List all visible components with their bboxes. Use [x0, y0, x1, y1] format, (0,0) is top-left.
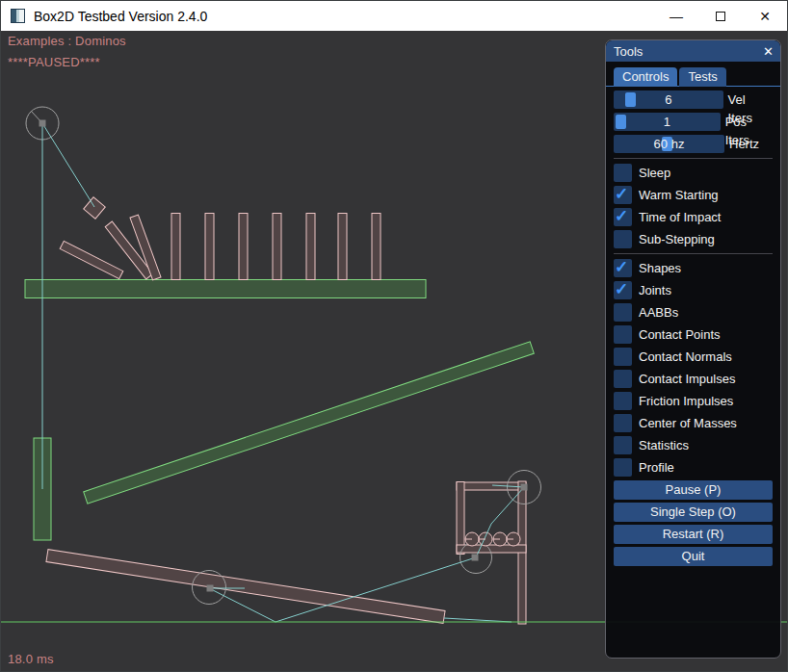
slider-value: 1: [614, 113, 721, 131]
checkbox-row[interactable]: AABBs: [614, 303, 773, 322]
checkbox[interactable]: [614, 348, 632, 366]
slider-label: Vel Iters: [728, 90, 773, 109]
domino-fallen-1: [60, 241, 123, 278]
checkbox[interactable]: [614, 230, 632, 248]
checkbox-row[interactable]: ✓ Shapes: [614, 259, 773, 277]
tools-panel-titlebar[interactable]: Tools ✕: [606, 40, 780, 62]
tools-panel-title: Tools: [614, 44, 643, 59]
swinging-block: [84, 197, 106, 220]
anchor-pulley: [39, 120, 46, 127]
os-titlebar: Box2D Testbed Version 2.4.0 — ✕: [1, 1, 787, 31]
checkbox-row[interactable]: Contact Normals: [614, 348, 773, 366]
checkbox[interactable]: [614, 414, 632, 432]
checkbox-row[interactable]: Sleep: [614, 164, 773, 182]
domino-upright-4: [273, 214, 281, 280]
maximize-icon: [716, 12, 725, 21]
checkbox-row[interactable]: Center of Masses: [614, 414, 773, 432]
checkbox-label: Contact Impulses: [639, 370, 735, 388]
check-icon: ✓: [615, 279, 628, 299]
minimize-button[interactable]: —: [654, 1, 698, 31]
checkbox[interactable]: ✓: [614, 208, 632, 226]
panel-button[interactable]: Pause (P): [614, 480, 773, 500]
maximize-button[interactable]: [698, 1, 743, 31]
checkbox-label: Time of Impact: [639, 208, 721, 226]
checkbox-label: Joints: [639, 281, 671, 299]
window-title: Box2D Testbed Version 2.4.0: [34, 9, 207, 24]
check-icon: ✓: [615, 257, 628, 277]
checkbox-group-draw: ✓ Shapes ✓ Joints: [614, 259, 773, 477]
checkbox-label: AABBs: [639, 303, 678, 322]
joint-swing-rope: [42, 123, 94, 207]
slider-row: 6 Vel Iters: [614, 90, 773, 109]
domino-upright-7: [372, 214, 381, 280]
slider-row: 60 hz Hertz: [614, 135, 773, 153]
domino-upright-1: [171, 214, 180, 280]
checkbox[interactable]: [614, 436, 632, 454]
checkbox-label: Friction Impulses: [639, 392, 733, 410]
slider-track[interactable]: 6: [614, 90, 723, 109]
anchor-frame-bottom: [472, 555, 479, 561]
slider-value: 6: [614, 90, 723, 109]
slider-label: Pos Iters: [725, 113, 773, 131]
checkbox-group-solver: Sleep ✓ Warm Starting ✓ Time of Im: [614, 164, 773, 248]
checkbox[interactable]: ✓: [614, 259, 632, 277]
checkbox-row[interactable]: ✓ Time of Impact: [614, 208, 773, 226]
frame-left-post: [457, 482, 464, 555]
domino-upright-6: [338, 214, 347, 280]
slider-label: Hertz: [729, 135, 759, 153]
tab[interactable]: Tests: [679, 67, 725, 87]
separator: [614, 158, 773, 159]
slider-track[interactable]: 60 hz: [614, 135, 724, 153]
frame-time-label: 18.0 ms: [8, 652, 54, 666]
tab[interactable]: Controls: [614, 67, 677, 87]
checkbox[interactable]: [614, 458, 632, 477]
checkbox[interactable]: [614, 370, 632, 388]
slider-value: 60 hz: [614, 135, 724, 153]
checkbox[interactable]: [614, 164, 632, 182]
checkbox-label: Sub-Stepping: [639, 230, 715, 248]
checkbox-label: Shapes: [639, 259, 681, 277]
domino-upright-5: [306, 214, 315, 280]
paused-indicator: ****PAUSED****: [8, 55, 100, 69]
button-group: Pause (P) Single Step (O) Restart (R) Qu…: [614, 480, 773, 566]
separator: [614, 253, 773, 254]
checkbox-row[interactable]: ✓ Joints: [614, 281, 773, 299]
joint-ground-link: [444, 618, 512, 622]
anchor-frame-top: [521, 484, 528, 491]
checkbox[interactable]: [614, 392, 632, 410]
checkbox[interactable]: ✓: [614, 281, 632, 299]
tools-panel: Tools ✕ Controls Tests 6: [605, 39, 781, 659]
anchor-seesaw: [207, 585, 214, 592]
app-icon: [11, 9, 25, 23]
domino-upright-3: [239, 214, 248, 280]
checkbox-row[interactable]: Contact Impulses: [614, 370, 773, 388]
checkbox[interactable]: [614, 303, 632, 322]
panel-close-icon[interactable]: ✕: [763, 44, 774, 59]
checkbox-row[interactable]: Friction Impulses: [614, 392, 773, 410]
checkbox-label: Contact Points: [639, 325, 721, 344]
checkbox-label: Warm Starting: [639, 186, 719, 204]
checkbox-row[interactable]: Statistics: [614, 436, 773, 454]
tabbar: Controls Tests: [614, 62, 773, 87]
example-title: Examples : Dominos: [8, 34, 126, 48]
checkbox-label: Statistics: [639, 436, 689, 454]
domino-platform: [25, 280, 426, 298]
checkbox-row[interactable]: Sub-Stepping: [614, 230, 773, 248]
panel-button[interactable]: Single Step (O): [614, 503, 773, 522]
checkbox-row[interactable]: Contact Points: [614, 325, 773, 344]
slider-track[interactable]: 1: [614, 113, 721, 131]
check-icon: ✓: [615, 206, 628, 226]
frame-shelf: [457, 545, 526, 553]
check-icon: ✓: [615, 184, 628, 204]
checkbox-row[interactable]: Profile: [614, 458, 773, 477]
checkbox-label: Contact Normals: [639, 348, 732, 366]
checkbox[interactable]: [614, 325, 632, 344]
panel-button[interactable]: Quit: [614, 547, 773, 566]
checkbox[interactable]: ✓: [614, 186, 632, 204]
tilted-ramp: [84, 342, 535, 504]
domino-upright-2: [205, 214, 214, 280]
close-button[interactable]: ✕: [743, 1, 787, 31]
checkbox-label: Sleep: [639, 164, 670, 182]
panel-button[interactable]: Restart (R): [614, 525, 773, 544]
checkbox-row[interactable]: ✓ Warm Starting: [614, 186, 773, 204]
